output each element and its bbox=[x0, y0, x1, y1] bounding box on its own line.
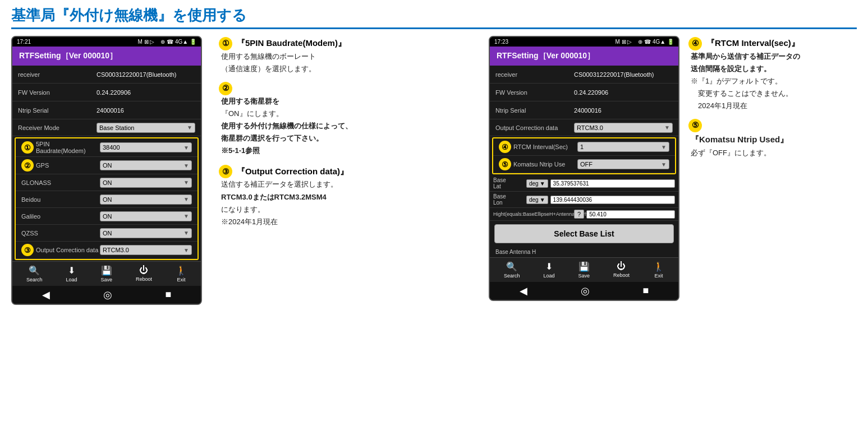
left-search-btn[interactable]: 🔍 Search bbox=[26, 265, 43, 282]
circle-2: ② bbox=[21, 159, 34, 172]
ann4-line4: 変更することはできません。 bbox=[691, 87, 857, 100]
ann2-line4: 衛星群の選択を行って下さい。 bbox=[221, 132, 472, 145]
left-save-btn[interactable]: 💾 Save bbox=[100, 265, 112, 282]
circle-5: ⑤ bbox=[499, 158, 511, 170]
right-rtcm-label: ④ RTCM Interval(Sec) bbox=[499, 141, 577, 153]
left-receiver-mode-row: Receiver Mode Base Station ▼ bbox=[12, 119, 201, 136]
annotation-2-title: ② bbox=[219, 82, 472, 95]
left-gps-select[interactable]: ON ▼ bbox=[100, 160, 192, 170]
right-output-select[interactable]: RTCM3.0 ▼ bbox=[574, 123, 673, 133]
right-load-icon: ⬇ bbox=[545, 261, 553, 272]
right-receiver-label: receiver bbox=[495, 71, 574, 78]
right-back-nav-icon[interactable]: ◀ bbox=[520, 285, 527, 297]
gps-arrow: ▼ bbox=[183, 163, 189, 169]
right-ntrip-value: 24000016 bbox=[574, 107, 673, 114]
left-output-select[interactable]: RTCM3.0 ▼ bbox=[100, 245, 192, 255]
right-square-nav-icon[interactable]: ■ bbox=[643, 285, 649, 297]
num-2: ② bbox=[219, 82, 232, 95]
left-galileo-label: Galileo bbox=[21, 213, 100, 220]
left-receiver-mode-label: Receiver Mode bbox=[18, 124, 97, 131]
num-5: ⑤ bbox=[688, 119, 702, 132]
annotation-4-body: 基準局から送信する補正データの 送信間隔を設定します。 ※『1』がデフォルトです… bbox=[691, 50, 857, 112]
ann2-line5: ※5-1-1参照 bbox=[221, 145, 472, 157]
right-exit-btn[interactable]: 🚶 Exit bbox=[653, 261, 664, 279]
left-gps-row: ② GPS ON ▼ bbox=[16, 157, 198, 174]
left-load-btn[interactable]: ⬇ Load bbox=[66, 265, 77, 282]
right-output-label: Output Correction data bbox=[495, 124, 574, 131]
right-section: 17:23 M ⊠ ▷ ⊕ ☎ 4G▲ 🔋 RTFSetting［Ver 000… bbox=[489, 36, 857, 301]
left-yellow-block: ① 5PIN Baudrate(Modem) 38400 ▼ ② GPS bbox=[15, 137, 199, 260]
left-beidou-row: Beidou ON ▼ bbox=[16, 191, 198, 208]
right-receiver-row: receiver CS000312220017(Bluetooth) bbox=[490, 66, 678, 84]
left-receiver-row: receiver CS000312220017(Bluetooth) bbox=[12, 66, 201, 84]
right-save-btn[interactable]: 💾 Save bbox=[578, 261, 590, 279]
annotation-2-body: 使用する衛星群を 『ON』にします。 使用する外付け無線機の仕様によって、 衛星… bbox=[221, 95, 472, 157]
right-load-btn[interactable]: ⬇ Load bbox=[543, 261, 554, 279]
left-bottom-bar: 🔍 Search ⬇ Load 💾 Save ⏻ Reboot bbox=[12, 261, 201, 286]
right-nav-bar: ◀ ◎ ■ bbox=[490, 282, 678, 300]
left-ntrip-row: Ntrip Serial 24000016 bbox=[12, 101, 201, 119]
right-search-label: Search bbox=[504, 273, 520, 279]
ann5-title-text: 『Komatsu Ntrip Used』 bbox=[691, 132, 857, 147]
ann2-line1: 使用する衛星群を bbox=[221, 95, 472, 108]
left-screen-body: receiver CS000312220017(Bluetooth) FW Ve… bbox=[12, 66, 201, 304]
left-receiver-mode-val: Base Station bbox=[99, 124, 134, 131]
annotation-1-body: 使用する無線機のボーレート （通信速度）を選択します。 bbox=[221, 50, 472, 75]
base-lon-unit-val: deg bbox=[529, 197, 539, 203]
save-icon: 💾 bbox=[101, 265, 112, 276]
right-komatsu-text: Komatsu Ntrip Use bbox=[513, 161, 565, 168]
right-komatsu-select[interactable]: OFF ▼ bbox=[577, 159, 669, 169]
back-nav-icon[interactable]: ◀ bbox=[42, 289, 50, 301]
right-reboot-btn[interactable]: ⏻ Reboot bbox=[613, 261, 630, 279]
right-rtcm-select[interactable]: 1 ▼ bbox=[577, 142, 669, 152]
left-glonass-select[interactable]: ON ▼ bbox=[100, 178, 192, 188]
left-fwversion-value: 0.24.220906 bbox=[97, 89, 195, 96]
ann1-line1: 使用する無線機のボーレート bbox=[221, 50, 472, 63]
right-rtcm-text: RTCM Interval(Sec) bbox=[513, 143, 568, 150]
right-hight-q-btn[interactable]: ? bbox=[574, 210, 584, 219]
right-base-lat-unit[interactable]: deg ▼ bbox=[526, 179, 548, 188]
left-qzss-select[interactable]: ON ▼ bbox=[100, 228, 192, 238]
right-search-icon: 🔍 bbox=[506, 261, 517, 272]
ann2-line2: 『ON』にします。 bbox=[221, 108, 472, 120]
right-base-lon-label: BaseLon bbox=[493, 193, 524, 206]
left-output-val: RTCM3.0 bbox=[103, 247, 129, 253]
left-phone-screen: 17:21 M ⊠ ▷ ⊕ ☎ 4G▲ 🔋 RTFSetting［Ver 000… bbox=[11, 36, 202, 305]
ann4-line1: 基準局から送信する補正データの bbox=[691, 50, 857, 63]
right-home-nav-icon[interactable]: ◎ bbox=[581, 285, 590, 297]
left-galileo-select[interactable]: ON ▼ bbox=[100, 211, 192, 221]
left-qzss-val: ON bbox=[103, 230, 112, 237]
right-search-btn[interactable]: 🔍 Search bbox=[504, 261, 520, 279]
right-rtcm-val: 1 bbox=[580, 143, 584, 150]
left-reboot-btn[interactable]: ⏻ Reboot bbox=[136, 265, 152, 282]
right-ntrip-label: Ntrip Serial bbox=[495, 107, 574, 114]
square-nav-icon[interactable]: ■ bbox=[166, 289, 172, 301]
right-base-lon-unit[interactable]: deg ▼ bbox=[526, 196, 548, 204]
right-reboot-icon: ⏻ bbox=[617, 261, 626, 271]
ann4-line5: 2024年1月現在 bbox=[691, 100, 857, 112]
left-galileo-row: Galileo ON ▼ bbox=[16, 208, 198, 225]
right-komatsu-row: ⑤ Komatsu Ntrip Use OFF ▼ bbox=[493, 156, 675, 173]
left-beidou-select[interactable]: ON ▼ bbox=[100, 194, 192, 205]
left-status-bar: 17:21 M ⊠ ▷ ⊕ ☎ 4G▲ 🔋 bbox=[12, 37, 201, 47]
left-baudrate-select[interactable]: 38400 ▼ bbox=[100, 142, 192, 152]
select-base-list-button[interactable]: Select Base List bbox=[494, 224, 674, 243]
right-phone-screen: 17:23 M ⊠ ▷ ⊕ ☎ 4G▲ 🔋 RTFSetting［Ver 000… bbox=[489, 36, 679, 301]
left-load-label: Load bbox=[66, 277, 77, 282]
ann4-title-text: 『RTCM Interval(sec)』 bbox=[706, 38, 800, 48]
annotation-3-title: ③ 『Output Correction data)』 bbox=[219, 164, 472, 179]
output-arrow: ▼ bbox=[183, 247, 189, 253]
home-nav-icon[interactable]: ◎ bbox=[103, 289, 112, 301]
right-load-label: Load bbox=[543, 273, 554, 279]
left-save-label: Save bbox=[100, 277, 112, 282]
glonass-arrow: ▼ bbox=[183, 179, 189, 186]
main-content: 17:21 M ⊠ ▷ ⊕ ☎ 4G▲ 🔋 RTFSetting［Ver 000… bbox=[11, 36, 857, 305]
right-save-icon: 💾 bbox=[578, 261, 590, 272]
left-exit-btn[interactable]: 🚶 Exit bbox=[176, 265, 187, 282]
right-base-lon-row: BaseLon deg ▼ 139.644430036 bbox=[490, 192, 678, 208]
left-receiver-mode-select[interactable]: Base Station ▼ bbox=[97, 123, 195, 133]
left-galileo-val: ON bbox=[103, 213, 112, 220]
left-output-row: ③ Output Correction data RTCM3.0 ▼ bbox=[16, 242, 198, 259]
search-icon: 🔍 bbox=[29, 265, 40, 276]
left-time: 17:21 bbox=[17, 39, 31, 45]
